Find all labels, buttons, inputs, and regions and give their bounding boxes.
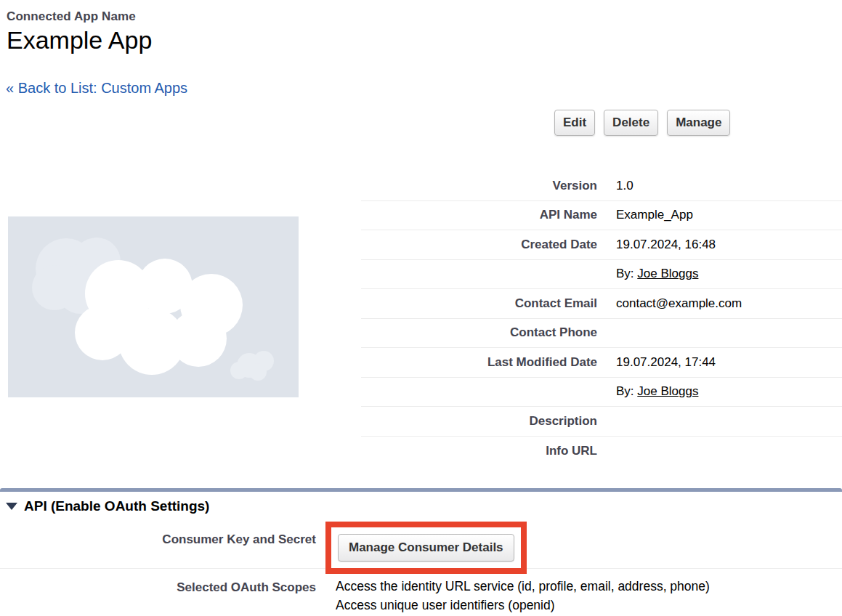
table-row: Contact Email contact@example.com bbox=[361, 289, 842, 319]
table-row: By: Joe Bloggs bbox=[361, 260, 842, 290]
field-label: API Name bbox=[361, 208, 597, 222]
page-header: Connected App Name Example App bbox=[7, 9, 152, 54]
oauth-settings-section: API (Enable OAuth Settings) Consumer Key… bbox=[0, 488, 842, 616]
field-value: 1.0 bbox=[616, 179, 633, 193]
highlight-box: Manage Consumer Details bbox=[325, 522, 527, 574]
table-row: By: Joe Bloggs bbox=[361, 378, 842, 408]
edit-button[interactable]: Edit bbox=[554, 110, 595, 136]
field-value: contact@example.com bbox=[616, 296, 742, 311]
field-value: Example_App bbox=[616, 208, 693, 222]
manage-consumer-details-button[interactable]: Manage Consumer Details bbox=[338, 534, 514, 562]
oauth-section-header[interactable]: API (Enable OAuth Settings) bbox=[6, 498, 209, 514]
back-to-list-link[interactable]: « Back to List: Custom Apps bbox=[6, 80, 187, 97]
oauth-scope-item: Access unique user identifiers (openid) bbox=[336, 596, 710, 615]
cloud-illustration bbox=[8, 216, 299, 397]
oauth-scope-item: Access the identity URL service (id, pro… bbox=[336, 577, 710, 596]
table-row: Contact Phone bbox=[361, 319, 842, 349]
field-label: Last Modified Date bbox=[361, 355, 597, 370]
table-row: Info URL bbox=[361, 437, 842, 466]
oauth-section-title: API (Enable OAuth Settings) bbox=[24, 498, 209, 514]
created-by-user-link[interactable]: Joe Bloggs bbox=[637, 267, 698, 280]
field-label: Info URL bbox=[361, 444, 597, 458]
field-value: By: Joe Bloggs bbox=[616, 384, 698, 399]
selected-oauth-scopes-label: Selected OAuth Scopes bbox=[0, 580, 316, 595]
detail-toolbar: Edit Delete Manage bbox=[554, 110, 730, 136]
table-row: Version 1.0 bbox=[361, 171, 842, 201]
table-row: Last Modified Date 19.07.2024, 17:44 bbox=[361, 348, 842, 378]
modified-by-user-link[interactable]: Joe Bloggs bbox=[637, 384, 698, 398]
collapse-triangle-icon bbox=[6, 503, 17, 510]
by-prefix: By: bbox=[616, 267, 637, 280]
table-row: Description bbox=[361, 407, 842, 437]
table-row: Created Date 19.07.2024, 16:48 bbox=[361, 230, 842, 260]
field-label: Created Date bbox=[361, 238, 597, 252]
detail-table: Version 1.0 API Name Example_App Created… bbox=[361, 171, 842, 466]
field-label: Contact Email bbox=[361, 296, 597, 311]
field-value: By: Joe Bloggs bbox=[616, 267, 698, 281]
entity-type-label: Connected App Name bbox=[7, 9, 152, 24]
app-logo-image bbox=[8, 216, 299, 397]
by-prefix: By: bbox=[616, 384, 637, 398]
field-value: 19.07.2024, 17:44 bbox=[616, 355, 716, 370]
field-value: 19.07.2024, 16:48 bbox=[616, 238, 716, 252]
oauth-scope-values: Access the identity URL service (id, pro… bbox=[336, 577, 710, 615]
section-top-bar bbox=[0, 488, 842, 492]
page-title: Example App bbox=[7, 26, 152, 54]
delete-button[interactable]: Delete bbox=[604, 110, 658, 136]
table-row: API Name Example_App bbox=[361, 201, 842, 231]
manage-button[interactable]: Manage bbox=[667, 110, 730, 136]
field-label: Description bbox=[361, 414, 597, 429]
field-label: Contact Phone bbox=[361, 325, 597, 340]
consumer-key-secret-label: Consumer Key and Secret bbox=[0, 532, 316, 547]
field-label: Version bbox=[361, 179, 597, 193]
